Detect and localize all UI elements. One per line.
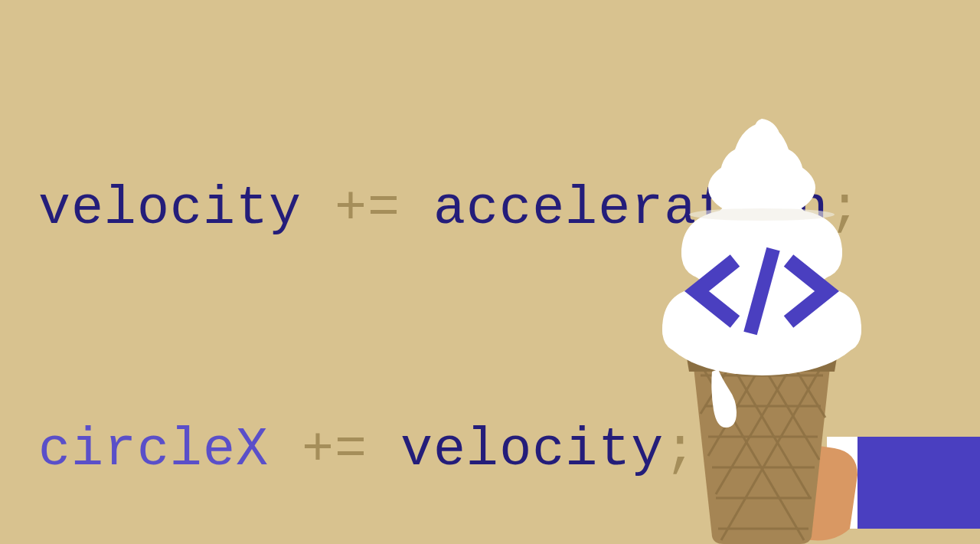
semicolon: ; bbox=[664, 420, 697, 480]
var-velocity: velocity bbox=[38, 179, 302, 239]
op-plus-equals: += bbox=[302, 420, 368, 480]
code-line-1: velocity += acceleration; bbox=[38, 169, 951, 249]
var-velocity: velocity bbox=[400, 420, 664, 480]
var-acceleration: acceleration bbox=[433, 179, 828, 239]
var-circlex: circleX bbox=[38, 420, 269, 480]
op-plus-equals: += bbox=[335, 179, 400, 239]
code-block: velocity += acceleration; circleX += vel… bbox=[38, 8, 951, 544]
semicolon: ; bbox=[828, 179, 861, 239]
code-line-2: circleX += velocity; bbox=[38, 410, 951, 490]
